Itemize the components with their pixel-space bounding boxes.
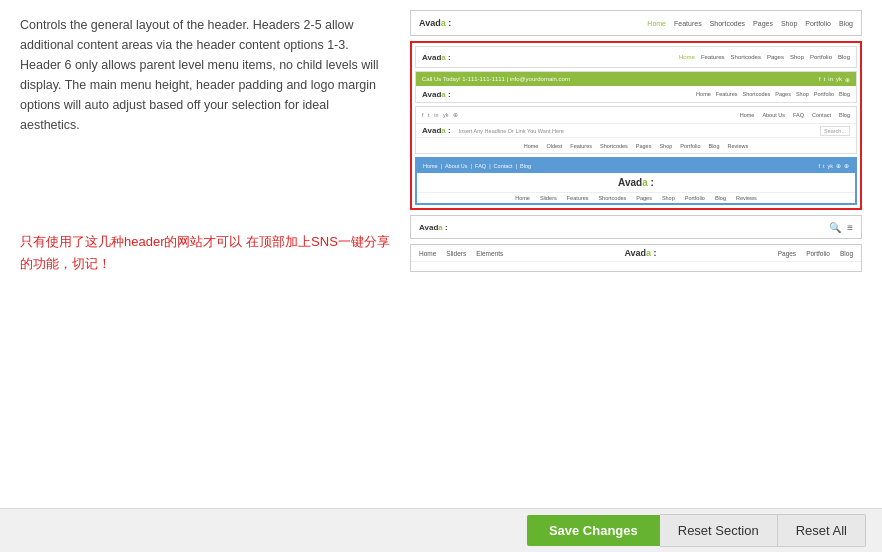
lp-portfolio-7: Portfolio xyxy=(806,250,830,257)
li-icon: in xyxy=(828,76,833,83)
ipm-bn-features-5: Features xyxy=(567,195,589,201)
ipm-social-row-4: f t in yk ⊕ Home About Us FAQ Contact Bl… xyxy=(416,107,856,123)
yk-icon-5: yk xyxy=(828,163,834,169)
ipm-pages-3: Pages xyxy=(775,91,791,97)
ip-nav-portfolio-2: Portfolio xyxy=(810,54,832,60)
chinese-note: 只有使用了这几种header的网站才可以 在顶部加上SNS一键分享的功能，切记！ xyxy=(20,231,390,275)
ipm-b-features-4: Features xyxy=(570,143,592,149)
left-panel: Controls the general layout of the heade… xyxy=(20,10,390,498)
ipm-shop-3: Shop xyxy=(796,91,809,97)
ipm-nav-bottom-4: Home Oldest Features Shortcodes Pages Sh… xyxy=(416,137,856,153)
ipm-main-row-4: Avada : Insert Any Headline Or Link You … xyxy=(416,123,856,137)
ip-nav-shortcodes-2: Shortcodes xyxy=(731,54,761,60)
ipm-bottom-nav-5: Home Sliders Features Shortcodes Pages S… xyxy=(417,192,855,203)
search-icon-6: 🔍 xyxy=(829,222,841,233)
ipm-bn-shop-5: Shop xyxy=(662,195,675,201)
ipm-b-blog-4: Blog xyxy=(708,143,719,149)
ipm-nav-row-4: Home About Us FAQ Contact Blog xyxy=(740,112,850,118)
previews-wrapper: Avada : Home Features Shortcodes Pages S… xyxy=(410,10,862,498)
rss-icon-5a: ⊕ xyxy=(836,163,841,169)
ipm-social-icons-4: f t in yk ⊕ xyxy=(422,112,458,118)
yk-icon: yk xyxy=(836,76,842,83)
main-container: Controls the general layout of the heade… xyxy=(0,0,882,552)
hp-nav-blog: Blog xyxy=(839,20,853,27)
ipm-blog-4: Blog xyxy=(839,112,850,118)
rss-icon: ⊕ xyxy=(845,76,850,83)
ipm-search-4: Search... xyxy=(820,126,850,136)
ipm-bn-home-5: Home xyxy=(515,195,530,201)
ipm-features-3: Features xyxy=(716,91,738,97)
ip-logo-2: Avada : xyxy=(422,53,451,62)
header-preview-1: Avada : Home Features Shortcodes Pages S… xyxy=(410,10,862,36)
ipm-top-bar-5: Home | About Us | FAQ | Contact | Blog f… xyxy=(417,159,855,173)
ipm-blog-3: Blog xyxy=(839,91,850,97)
red-bordered-group: Avada : Home Features Shortcodes Pages S… xyxy=(410,41,862,210)
tw-icon-5: t xyxy=(823,163,825,169)
ipm-b-oldest-4: Oldest xyxy=(546,143,562,149)
ipm-bn-portfolio-5: Portfolio xyxy=(685,195,705,201)
reset-all-button[interactable]: Reset All xyxy=(778,514,866,547)
fb-icon: f xyxy=(819,76,821,83)
mb-icons-6: 🔍 ≡ xyxy=(829,222,853,233)
lp-sliders-7: Sliders xyxy=(446,250,466,257)
mobile-bar-6: Avada : 🔍 ≡ xyxy=(410,215,862,239)
hp-nav-portfolio: Portfolio xyxy=(805,20,831,27)
ip-green-bar-3: Call Us Today! 1-111-111-1111 | info@you… xyxy=(416,72,856,86)
hp-nav-shop: Shop xyxy=(781,20,797,27)
ipm-logo-4: Avada : xyxy=(422,126,451,135)
inner-preview-3: Call Us Today! 1-111-111-1111 | info@you… xyxy=(415,71,857,103)
hp-nav-pages: Pages xyxy=(753,20,773,27)
ipm-b-reviews-4: Reviews xyxy=(728,143,749,149)
hp-nav-home: Home xyxy=(647,20,666,27)
ipm-bn-sliders-5: Sliders xyxy=(540,195,557,201)
lp-home-7: Home xyxy=(419,250,436,257)
mb-logo-6: Avada : xyxy=(419,223,448,232)
inner-preview-4: f t in yk ⊕ Home About Us FAQ Contact Bl… xyxy=(415,106,857,154)
ip-nav-features-2: Features xyxy=(701,54,725,60)
ipm-bn-pages-5: Pages xyxy=(636,195,652,201)
ipm-b-home-4: Home xyxy=(524,143,539,149)
content-area: Controls the general layout of the heade… xyxy=(0,0,882,508)
ip-nav-2: Home Features Shortcodes Pages Shop Port… xyxy=(679,54,850,60)
ipm-contact-4: Contact xyxy=(812,112,831,118)
ipm-home-4: Home xyxy=(740,112,755,118)
ip-green-bar-icons-3: f t in yk ⊕ xyxy=(819,76,850,83)
ipm-center-logo-5: Avada : xyxy=(417,173,855,192)
ipm-b-portfolio-4: Portfolio xyxy=(680,143,700,149)
hp-logo-1: Avada : xyxy=(419,18,451,28)
ip-nav-blog-2: Blog xyxy=(838,54,850,60)
ipm-bn-reviews-5: Reviews xyxy=(736,195,757,201)
lp-elements-7: Elements xyxy=(476,250,503,257)
ipm-bn-blog-5: Blog xyxy=(715,195,726,201)
ipm-shortcodes-3: Shortcodes xyxy=(743,91,771,97)
hp-nav-shortcodes: Shortcodes xyxy=(710,20,745,27)
ipm-faq-4: FAQ xyxy=(793,112,804,118)
menu-icon-6: ≡ xyxy=(847,222,853,233)
lp-blog-7: Blog xyxy=(840,250,853,257)
hp-nav-features: Features xyxy=(674,20,702,27)
tw-icon: t xyxy=(824,76,826,83)
fb-icon-5: f xyxy=(818,163,820,169)
ip-nav-pages-2: Pages xyxy=(767,54,784,60)
lp-pages-7: Pages xyxy=(778,250,796,257)
reset-section-button[interactable]: Reset Section xyxy=(660,514,778,547)
save-button[interactable]: Save Changes xyxy=(527,515,660,546)
footer-bar: Save Changes Reset Section Reset All xyxy=(0,508,882,552)
lp-logo-7: Avada : xyxy=(624,248,656,258)
ipm-b-shortcodes-4: Shortcodes xyxy=(600,143,628,149)
inner-preview-2: Avada : Home Features Shortcodes Pages S… xyxy=(415,46,857,68)
ip-green-bar-text-3: Call Us Today! 1-111-111-1111 | info@you… xyxy=(422,76,570,82)
ipm-about-4: About Us xyxy=(762,112,785,118)
inner-preview-5: Home | About Us | FAQ | Contact | Blog f… xyxy=(415,157,857,205)
lp-top-nav-7: Home Sliders Elements Avada : Pages Port… xyxy=(411,245,861,262)
ipm-b-shop-4: Shop xyxy=(659,143,672,149)
rss-icon-5b: ⊕ xyxy=(844,163,849,169)
ip-nav-shop-2: Shop xyxy=(790,54,804,60)
ipm-top-bar-text-5: Home | About Us | FAQ | Contact | Blog xyxy=(423,163,531,169)
ipm-home-3: Home xyxy=(696,91,711,97)
ipm-nav-3: Home Features Shortcodes Pages Shop Port… xyxy=(696,91,850,97)
ipm-top-bar-icons-5: f t yk ⊕ ⊕ xyxy=(818,163,849,169)
ipm-row-3: Avada : Home Features Shortcodes Pages S… xyxy=(416,86,856,102)
description-text: Controls the general layout of the heade… xyxy=(20,15,390,135)
last-preview-7: Home Sliders Elements Avada : Pages Port… xyxy=(410,244,862,272)
